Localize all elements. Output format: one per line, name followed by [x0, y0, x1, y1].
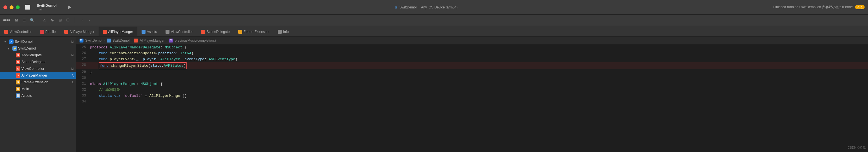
run-button[interactable]	[65, 3, 73, 11]
xcode-crumb-icon: X	[80, 39, 84, 42]
breadcrumb-aliplayermanger: AliPlayerManger	[140, 39, 164, 42]
line-content: class AliPlayerManger: NSObject {	[89, 81, 868, 87]
minimize-button[interactable]	[9, 5, 13, 9]
code-line-32: 32 // 单利对象	[76, 87, 868, 93]
nav-buttons: ‹ ›	[79, 17, 92, 23]
code-line-33: 33 static var `default` = AliPlayerMange…	[76, 93, 868, 99]
svg-marker-0	[68, 5, 71, 9]
titlebar-right: Finished running SwiftDemol on 库客双小鱼's i…	[773, 5, 865, 9]
breadcrumb-swiftdemol-2: SwiftDemol	[113, 39, 130, 42]
line-content: // 单利对象	[89, 87, 868, 93]
tab-label: Podfile	[45, 30, 56, 34]
sidebar-item-swiftdemol-folder[interactable]: ▾ 📁 SwiftDemol	[0, 45, 76, 52]
toggle-navigator-button[interactable]: ⊠	[13, 17, 20, 23]
badge-a: A	[72, 74, 73, 77]
sidebar-item-viewcontroller[interactable]: S ViewController M	[0, 65, 76, 72]
line-content: protocol AliPlayerMangerDelegate: NSObje…	[89, 44, 868, 50]
tab-label: Frame-Extension	[244, 30, 269, 34]
rectangle-icon[interactable]: ☐	[65, 17, 71, 23]
expand-arrow: ▾	[4, 40, 8, 43]
sidebar-item-label: SwiftDemol	[18, 46, 36, 50]
line-number: 26	[76, 50, 89, 56]
code-editor[interactable]: X SwiftDemol › SwiftDemol › AliPlayerMan…	[76, 37, 868, 152]
tab-info[interactable]: Info	[274, 27, 293, 36]
line-number: 29	[76, 69, 89, 75]
swift-crumb-icon	[134, 39, 138, 42]
tab-scenedelegate[interactable]: SceneDelegate	[197, 27, 234, 36]
sidebar-item-swiftdemol-root[interactable]: ▾ X SwiftDemol M	[0, 38, 76, 45]
code-line-29: 29 }	[76, 69, 868, 75]
breadcrumb: X SwiftDemol › SwiftDemol › AliPlayerMan…	[76, 37, 868, 44]
badge-m: M	[71, 54, 73, 57]
breadcrumb-sep: ›	[104, 39, 105, 42]
swift-icon: S	[16, 53, 20, 58]
swift-icon: S	[16, 80, 20, 84]
commit-icon[interactable]: ⊞	[57, 17, 63, 23]
line-content: func playerEvent(_ player: AliPlayer, ev…	[89, 56, 868, 62]
tab-assets[interactable]: Assets	[137, 27, 161, 36]
line-number: 25	[76, 44, 89, 50]
navigator-sidebar: ▾ X SwiftDemol M ▾ 📁 SwiftDemol S AppDel…	[0, 37, 76, 152]
sidebar-item-label: AppDelegate	[22, 53, 42, 57]
sidebar-toggle-button[interactable]: ⬜	[24, 4, 31, 11]
sidebar-item-assets[interactable]: ⬜ Assets	[0, 92, 76, 99]
tab-viewcontroller-1[interactable]: ViewController	[0, 27, 36, 36]
line-number: 32	[76, 87, 89, 93]
view-switcher[interactable]	[3, 20, 10, 21]
fullscreen-button[interactable]	[16, 5, 20, 9]
tab-icon	[238, 30, 242, 34]
tab-label: AliPlayerManger	[108, 30, 133, 34]
tab-aliplayermanger-2[interactable]: AliPlayerManger	[99, 27, 137, 36]
breadcrumb-swiftdemol: SwiftDemol	[85, 39, 102, 42]
code-scroll-area[interactable]: 25 protocol AliPlayerMangerDelegate: NSO…	[76, 44, 868, 152]
badge-m: M	[71, 67, 73, 70]
sidebar-item-frame-extension[interactable]: S Frame-Extension A	[0, 79, 76, 85]
tab-aliplayermanger-1[interactable]: AliPlayerManger	[60, 27, 99, 36]
forward-button[interactable]: ›	[86, 17, 92, 23]
issue-icon[interactable]: ⚠	[41, 17, 48, 23]
tab-label: Info	[283, 30, 289, 34]
sidebar-item-appdelegate[interactable]: S AppDelegate M	[0, 52, 76, 59]
tab-frame-extension[interactable]: Frame-Extension	[234, 27, 274, 36]
code-line-28: 28 func changePlayerState(state:AVPStatu…	[76, 62, 868, 69]
search-button[interactable]: 🔍	[29, 17, 35, 23]
titlebar-status: ⊞ SwiftDemol › Any iOS Device (arm64)	[79, 5, 773, 9]
tab-label: ViewController	[171, 30, 193, 34]
tab-label: AliPlayerManger	[70, 30, 94, 34]
breakpoint-icon[interactable]: ⊗	[49, 17, 55, 23]
tab-bar: ViewController Podfile AliPlayerManger A…	[0, 26, 868, 37]
warning-badge[interactable]: ⚠ 1	[855, 5, 865, 9]
back-button[interactable]: ‹	[79, 17, 86, 23]
code-lines: 25 protocol AliPlayerMangerDelegate: NSO…	[76, 44, 868, 105]
expand-arrow: ▾	[8, 47, 11, 50]
code-line-34: 34	[76, 99, 868, 105]
toolbar-separator	[38, 17, 38, 23]
close-button[interactable]	[3, 5, 7, 9]
sidebar-item-main[interactable]: S Main	[0, 85, 76, 92]
folder-icon: 📁	[12, 46, 17, 51]
scheme-icon: ⊞	[395, 5, 398, 9]
tab-viewcontroller-2[interactable]: ViewController	[161, 27, 197, 36]
tab-icon	[165, 30, 169, 34]
chevron-icon: ›	[418, 5, 419, 9]
tab-podfile[interactable]: Podfile	[36, 27, 60, 36]
code-line-30: 30	[76, 75, 868, 81]
code-line-26: 26 func currentPositionUpdate(position: …	[76, 50, 868, 56]
tab-icon	[4, 30, 8, 34]
folder-crumb-icon	[107, 39, 111, 42]
sidebar-item-label: SceneDelegate	[22, 60, 45, 64]
line-number: 27	[76, 56, 89, 62]
toggle-debug-button[interactable]: ☰	[21, 17, 27, 23]
watermark: CSDN ©乙氯	[848, 146, 866, 150]
traffic-lights	[3, 5, 20, 9]
sidebar-item-aliplayermanger[interactable]: S AliPlayerManger A	[0, 72, 76, 79]
toolbar: ⊠ ☰ 🔍 ⚠ ⊗ ⊞ ☐ ‹ ›	[0, 15, 868, 26]
swift-icon: S	[16, 67, 20, 71]
tab-icon	[201, 30, 205, 34]
warning-count: 1	[861, 6, 863, 9]
project-sub: main	[37, 8, 57, 11]
tab-icon	[64, 30, 68, 34]
file-tree: ▾ X SwiftDemol M ▾ 📁 SwiftDemol S AppDel…	[0, 37, 76, 152]
sidebar-item-scenedelegate[interactable]: S SceneDelegate	[0, 59, 76, 65]
tab-icon	[40, 30, 44, 34]
